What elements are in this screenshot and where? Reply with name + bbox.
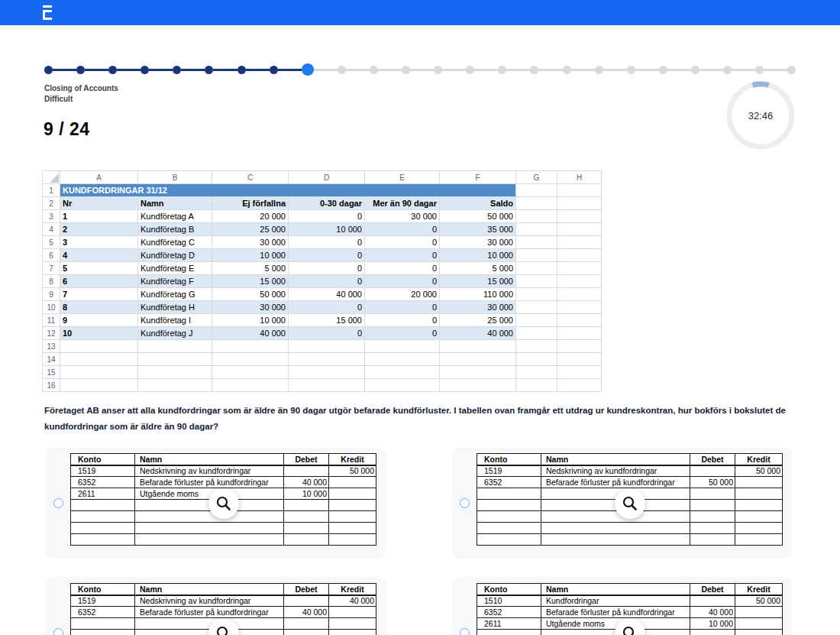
answer-option-3[interactable]: KontoNamnDebetKredit1519Nedskrivning av … xyxy=(46,577,386,635)
journal-cell: 6352 xyxy=(477,607,541,618)
radio-button-option-3[interactable] xyxy=(53,628,63,635)
journal-cell: 10 000 xyxy=(284,488,329,500)
journal-cell xyxy=(735,618,783,630)
sheet-cell: 30 000 xyxy=(440,301,516,314)
sheet-cell xyxy=(212,379,289,392)
sheet-cell: 50 000 xyxy=(440,210,516,223)
step-dot-23-todo xyxy=(755,66,764,74)
journal-cell xyxy=(477,511,541,523)
step-dot-24-todo xyxy=(787,66,796,74)
sheet-cell: Kundföretag G xyxy=(138,288,212,301)
sheet-row: 75Kundföretag E5 000005 000 xyxy=(43,262,602,275)
sheet-cell xyxy=(557,379,602,392)
journal-cell: 1519 xyxy=(71,595,135,607)
journal-cell xyxy=(135,534,284,546)
radio-button-option-1[interactable] xyxy=(53,498,63,508)
sheet-cell: Kundföretag H xyxy=(138,301,212,314)
journal-header-kredit: Kredit xyxy=(329,584,376,595)
sheet-cell xyxy=(557,301,602,314)
sheet-cell xyxy=(516,262,557,275)
journal-cell xyxy=(329,630,376,635)
sheet-cell: 0 xyxy=(289,262,365,275)
question-text: Företaget AB anser att alla kundfordring… xyxy=(44,403,806,435)
step-segment xyxy=(506,69,530,71)
question-counter: 9 / 24 xyxy=(44,119,90,140)
journal-cell xyxy=(135,523,284,534)
sheet-row: 86Kundföretag F15 0000015 000 xyxy=(43,275,602,288)
answer-option-1[interactable]: KontoNamnDebetKredit1519Nedskrivning av … xyxy=(46,447,386,559)
step-segment xyxy=(378,69,402,71)
sheet-cell xyxy=(557,249,602,262)
sheet-cell: 30 000 xyxy=(365,210,440,223)
sheet-cell: 50 000 xyxy=(212,288,289,301)
step-dot-7-done xyxy=(237,66,246,74)
sheet-cell: 5 000 xyxy=(440,262,516,275)
journal-row xyxy=(477,534,783,546)
step-segment xyxy=(53,69,76,71)
sheet-row-number: 3 xyxy=(43,210,60,223)
journal-cell xyxy=(735,511,783,523)
step-dot-8-done xyxy=(270,66,278,74)
sheet-header-cell: Nr xyxy=(60,197,138,210)
sheet-row: 15 xyxy=(43,366,602,379)
sheet-cell xyxy=(365,340,440,353)
journal-cell xyxy=(71,534,135,546)
sheet-cell xyxy=(60,353,138,366)
sheet-cell: 3 xyxy=(60,236,138,249)
sheet-cell xyxy=(289,353,365,366)
sheet-cell xyxy=(440,340,516,353)
sheet-cell xyxy=(516,340,557,353)
sheet-cell: Kundföretag C xyxy=(138,236,212,249)
journal-cell xyxy=(735,607,783,618)
journal-cell xyxy=(690,488,735,500)
step-segment xyxy=(278,69,302,71)
magnify-button-option-1[interactable] xyxy=(208,488,239,519)
sheet-column-letter: D xyxy=(289,171,365,184)
radio-button-option-4[interactable] xyxy=(460,628,470,635)
journal-header-konto: Konto xyxy=(71,454,135,465)
app-logo-icon[interactable] xyxy=(43,5,52,20)
sheet-cell: 110 000 xyxy=(440,288,516,301)
journal-cell xyxy=(735,523,783,534)
sheet-row-number: 5 xyxy=(43,236,60,249)
journal-cell: 10 000 xyxy=(690,618,735,630)
sheet-cell: 0 xyxy=(289,236,365,249)
journal-cell xyxy=(690,630,735,635)
sheet-row: 53Kundföretag C30 0000030 000 xyxy=(43,236,602,249)
magnifier-icon xyxy=(215,495,232,512)
sheet-cell: 10 000 xyxy=(289,223,365,236)
sheet-column-letter: F xyxy=(440,171,516,184)
journal-cell: 6352 xyxy=(71,607,135,618)
sheet-cell xyxy=(516,223,557,236)
sheet-cell xyxy=(138,353,212,366)
journal-cell xyxy=(690,465,735,477)
answer-option-2[interactable]: KontoNamnDebetKredit1519Nedskrivning av … xyxy=(452,447,792,559)
journal-row: 1519Nedskrivning av kundfordringar50 000 xyxy=(71,465,376,477)
step-dot-2-done xyxy=(76,66,85,74)
magnify-button-option-2[interactable] xyxy=(615,488,645,519)
sheet-cell: 25 000 xyxy=(440,314,516,327)
sheet-cell xyxy=(516,353,557,366)
journal-cell xyxy=(690,523,735,534)
step-dot-17-todo xyxy=(563,66,571,74)
journal-cell: 1519 xyxy=(71,465,135,477)
sheet-cell xyxy=(60,366,138,379)
answer-option-4[interactable]: KontoNamnDebetKredit1510Kundfordringar50… xyxy=(452,577,792,635)
journal-cell: 6352 xyxy=(71,477,135,488)
sheet-cell: 10 000 xyxy=(212,249,289,262)
journal-cell: 40 000 xyxy=(284,477,329,488)
sheet-cell: 0 xyxy=(289,249,365,262)
sheet-cell xyxy=(440,366,516,379)
radio-button-option-2[interactable] xyxy=(460,498,470,508)
sheet-cell: 0 xyxy=(289,210,365,223)
sheet-cell: 40 000 xyxy=(289,288,365,301)
journal-cell: 50 000 xyxy=(690,477,735,488)
journal-cell xyxy=(135,511,284,523)
journal-row: 1519Nedskrivning av kundfordringar40 000 xyxy=(71,595,376,607)
step-segment xyxy=(603,69,627,71)
step-dot-1-done xyxy=(44,66,53,74)
sheet-cell xyxy=(516,275,557,288)
app-header xyxy=(0,0,840,25)
journal-cell: 40 000 xyxy=(329,595,376,607)
journal-cell: 1519 xyxy=(477,465,541,477)
